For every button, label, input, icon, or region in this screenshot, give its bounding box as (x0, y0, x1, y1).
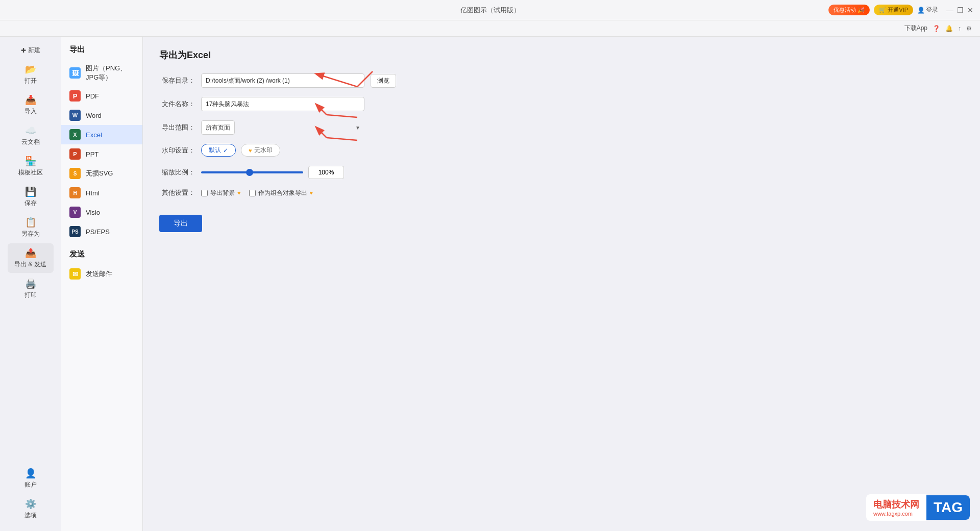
watermark-none-button[interactable]: ♥ 无水印 (241, 144, 280, 157)
sidebar-item-save[interactable]: 💾 保存 (8, 182, 54, 212)
export-bg-checkbox-wrapper[interactable]: 导出背景 ♥ (201, 189, 241, 197)
sidebar-item-template[interactable]: 🏪 模板社区 (8, 151, 54, 181)
scale-row: 缩放比例： (159, 166, 964, 179)
promo-button[interactable]: 优惠活动 🎉 (828, 5, 870, 15)
notification-icon-button[interactable]: 🔔 (945, 25, 953, 32)
main-content: 导出为Excel 保存目录： 浏览 文件名称： 导出范围： 所有页面 当前页面 … (143, 37, 980, 531)
export-item-visio[interactable]: V Visio (61, 203, 142, 222)
watermark-default-label: 默认 (209, 146, 221, 155)
sidebar-print-label: 打印 (24, 291, 37, 299)
export-range-row: 导出范围： 所有页面 当前页面 选定页面 (159, 120, 964, 135)
toolbar2: 下载App ❓ 🔔 ↑ ⚙ (0, 20, 980, 37)
sidebar-save-label: 保存 (24, 199, 37, 208)
cloud-icon: ☁️ (25, 125, 36, 136)
export-item-pdf[interactable]: P PDF (61, 86, 142, 106)
as-group-heart-icon: ♥ (310, 190, 313, 196)
sidebar-item-saveas[interactable]: 📋 另存为 (8, 213, 54, 242)
export-button[interactable]: 导出 (159, 215, 202, 232)
minimize-button[interactable]: — (946, 7, 953, 14)
sidebar-item-options[interactable]: ⚙️ 选项 (8, 494, 54, 524)
export-range-select[interactable]: 所有页面 当前页面 选定页面 (201, 120, 235, 135)
export-pdf-label: PDF (86, 92, 99, 100)
html-icon: H (69, 187, 81, 198)
export-item-ps[interactable]: PS PS/EPS (61, 222, 142, 241)
close-button[interactable]: ✕ (967, 7, 974, 14)
export-item-image[interactable]: 🖼 图片（PNG、JPG等） (61, 60, 142, 86)
export-item-word[interactable]: W Word (61, 106, 142, 125)
watermark-text-block: 电脑技术网 www.tagxp.com (866, 494, 926, 521)
export-item-svg[interactable]: S 无损SVG (61, 164, 142, 183)
sidebar-item-import[interactable]: 📥 导入 (8, 90, 54, 120)
open-icon: 📂 (25, 64, 36, 75)
pdf-icon: P (69, 90, 81, 102)
sidebar-narrow: ✚ 新建 📂 打开 📥 导入 ☁️ 云文档 🏪 模板社区 💾 保存 📋 另存为 … (0, 37, 61, 531)
export-html-label: Html (86, 189, 100, 197)
watermark-none-label: 无水印 (254, 146, 273, 155)
other-settings-label: 其他设置： (159, 188, 195, 197)
sidebar-import-label: 导入 (24, 107, 37, 116)
export-section-title: 导出 (61, 45, 142, 60)
export-excel-label: Excel (86, 131, 102, 139)
watermark-label: 水印设置： (159, 146, 195, 155)
download-app-button[interactable]: 下载App (904, 24, 927, 33)
export-image-label: 图片（PNG、JPG等） (86, 64, 134, 82)
user-icon: 👤 (917, 7, 925, 14)
login-button[interactable]: 👤 登录 (917, 6, 938, 14)
export-sidebar: 导出 🖼 图片（PNG、JPG等） P PDF W Word X Excel P… (61, 37, 143, 531)
sidebar-item-open[interactable]: 📂 打开 (8, 60, 54, 89)
maximize-button[interactable]: ❐ (957, 7, 964, 14)
help-icon-button[interactable]: ❓ (933, 25, 940, 32)
sidebar-export-label: 导出 & 发送 (14, 260, 46, 269)
watermark-site-url: www.tagxp.com (873, 511, 919, 517)
watermark-default-button[interactable]: 默认 ✓ (201, 144, 236, 157)
export-item-email[interactable]: ✉ 发送邮件 (61, 264, 142, 284)
file-name-input[interactable] (201, 97, 364, 111)
email-icon: ✉ (69, 268, 81, 280)
vip-button[interactable]: 🛒 开通VIP (874, 5, 913, 15)
svg-line-5 (327, 138, 357, 140)
account-icon: 👤 (25, 468, 36, 479)
settings-icon-button[interactable]: ⚙ (966, 25, 972, 32)
sidebar-item-account[interactable]: 👤 账户 (8, 464, 54, 493)
export-item-excel[interactable]: X Excel (61, 125, 142, 144)
sidebar-item-new[interactable]: ✚ 新建 (8, 42, 54, 59)
sidebar-item-cloud[interactable]: ☁️ 云文档 (8, 121, 54, 150)
sidebar-item-print[interactable]: 🖨️ 打印 (8, 274, 54, 304)
other-settings-row: 其他设置： 导出背景 ♥ 作为组合对象导出 ♥ (159, 188, 964, 197)
share-icon-button[interactable]: ↑ (958, 25, 961, 32)
export-svg-label: 无损SVG (86, 169, 113, 178)
saveas-icon: 📋 (25, 217, 36, 228)
as-group-label: 作为组合对象导出 (258, 189, 307, 197)
export-icon: 📤 (25, 247, 36, 259)
browse-button[interactable]: 浏览 (371, 74, 396, 88)
file-name-row: 文件名称： (159, 97, 964, 111)
export-ps-label: PS/EPS (86, 228, 110, 236)
scale-slider[interactable] (201, 171, 303, 173)
export-bg-heart-icon: ♥ (237, 190, 241, 196)
as-group-checkbox[interactable] (249, 190, 256, 196)
import-icon: 📥 (25, 94, 36, 106)
sidebar-bottom: 👤 账户 ⚙️ 选项 (0, 464, 61, 531)
file-name-label: 文件名称： (159, 99, 195, 109)
export-bg-checkbox[interactable] (201, 190, 208, 196)
new-icon: ✚ (21, 47, 26, 54)
as-group-checkbox-wrapper[interactable]: 作为组合对象导出 ♥ (249, 189, 313, 197)
export-item-html[interactable]: H Html (61, 183, 142, 203)
export-ppt-label: PPT (86, 150, 99, 158)
export-email-label: 发送邮件 (86, 269, 112, 279)
save-dir-input[interactable] (201, 73, 364, 88)
sidebar-item-export[interactable]: 📤 导出 & 发送 (8, 243, 54, 273)
print-icon: 🖨️ (25, 278, 36, 289)
sidebar-cloud-label: 云文档 (21, 138, 40, 146)
save-dir-label: 保存目录： (159, 76, 195, 85)
watermark-site-name: 电脑技术网 (873, 498, 919, 511)
sidebar-new-label: 新建 (28, 46, 40, 55)
sidebar-open-label: 打开 (24, 77, 37, 85)
export-item-ppt[interactable]: P PPT (61, 144, 142, 164)
ps-icon: PS (69, 226, 81, 237)
scale-input[interactable] (308, 166, 344, 179)
ppt-icon: P (69, 148, 81, 160)
word-icon: W (69, 110, 81, 121)
save-icon: 💾 (25, 186, 36, 197)
export-range-label: 导出范围： (159, 123, 195, 132)
